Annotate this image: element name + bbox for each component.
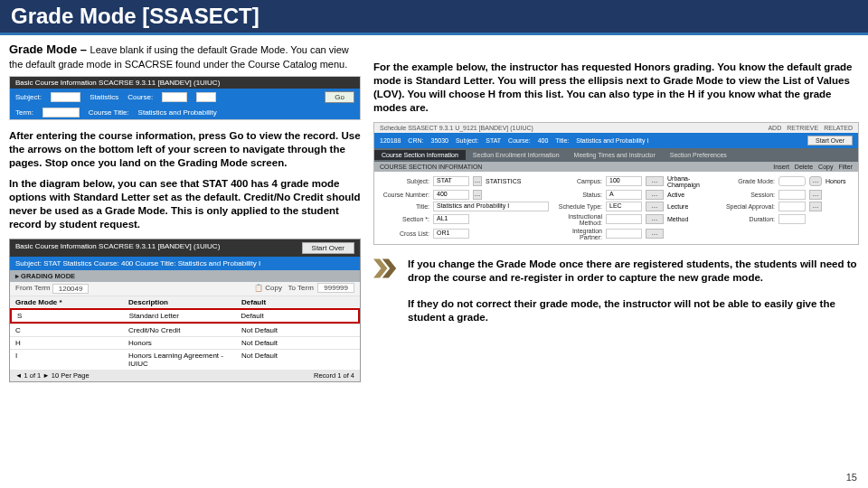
tab-preferences[interactable]: Section Preferences: [663, 150, 734, 160]
delete-button[interactable]: Delete: [795, 164, 813, 170]
table-row[interactable]: IHonors Learning Agreement - IUIUCNot De…: [10, 349, 360, 370]
callout-note-1: If you change the Grade Mode once there …: [373, 258, 859, 285]
section-heading: COURSE SECTION INFORMATION: [380, 164, 482, 170]
shot3-titlebar: Schedule SSASECT 9.3.1 U_9121 [BANDEV] (…: [380, 125, 533, 131]
table-row[interactable]: HHonorsNot Default: [10, 336, 360, 349]
slide-title: Grade Mode [SSASECT]: [0, 0, 868, 35]
tab-bar: Course Section Information Section Enrol…: [374, 148, 858, 162]
campus-field[interactable]: 100: [606, 176, 642, 186]
shot1-titlebar: Basic Course Information SCACRSE 9.3.11 …: [10, 77, 360, 89]
para-left-2: In the diagram below, you can see that S…: [9, 177, 361, 231]
label-course-title: Course Title:: [89, 108, 129, 117]
go-button[interactable]: Go: [325, 91, 354, 103]
ssasect-form: Subject:STAT…STATISTICS Campus:100…Urban…: [374, 172, 858, 244]
field-subject[interactable]: STAT: [51, 92, 80, 102]
col-default: Default: [241, 298, 354, 306]
start-over-button[interactable]: Start Over: [807, 136, 853, 145]
label-term: Term:: [15, 108, 33, 117]
course-number-field[interactable]: 400: [433, 190, 469, 200]
label-subject: Subject:: [15, 93, 42, 101]
ellipsis-icon[interactable]: …: [473, 176, 482, 186]
cross-list-field[interactable]: OR1: [433, 229, 469, 239]
right-column: For the example below, the instructor ha…: [373, 42, 859, 382]
tab-course-section[interactable]: Course Section Information: [374, 150, 466, 160]
insert-button[interactable]: Insert: [773, 164, 789, 170]
add-button[interactable]: ADD: [768, 125, 781, 131]
value-course-title: Statistics and Probability: [138, 108, 217, 117]
col-description: Description: [128, 298, 241, 306]
para-right-1: For the example below, the instructor ha…: [373, 61, 859, 115]
grade-mode-field[interactable]: [778, 176, 806, 186]
copy-button[interactable]: Copy: [818, 164, 833, 170]
chevron-icon: [373, 258, 399, 279]
screenshot-ssasect: Schedule SSASECT 9.3.1 U_9121 [BANDEV] (…: [373, 122, 859, 245]
from-term-field[interactable]: 120049: [52, 284, 90, 294]
shot1-searchbar: Subject: STAT Statistics Course: 400 … G…: [10, 89, 360, 106]
label-statistics: Statistics: [90, 93, 118, 101]
retrieve-button[interactable]: RETRIEVE: [787, 125, 818, 131]
from-term-label: From Term: [15, 284, 51, 294]
section-field[interactable]: AL1: [433, 214, 469, 224]
table-header: Grade Mode * Description Default: [10, 296, 360, 308]
grade-mode-ellipsis[interactable]: …: [809, 176, 822, 186]
col-grade-mode: Grade Mode *: [15, 298, 128, 306]
slide-body: Grade Mode – Leave blank if using the de…: [0, 35, 868, 382]
duration-field[interactable]: [778, 214, 806, 224]
shot2-bluebar: Subject: STAT Statistics Course: 400 Cou…: [10, 257, 360, 270]
note-text-1: If you change the Grade Mode once there …: [408, 258, 859, 285]
intro-text: Grade Mode – Leave blank if using the de…: [9, 42, 361, 70]
note-text-2: If they do not correct their grade mode,…: [408, 297, 859, 324]
field-course[interactable]: 400: [162, 92, 186, 102]
tab-enrollment[interactable]: Section Enrollment Information: [466, 150, 567, 160]
shot2-titlebar: Basic Course Information SCACRSE 9.3.11 …: [15, 242, 220, 254]
tab-meeting[interactable]: Meeting Times and Instructor: [567, 150, 663, 160]
status-field[interactable]: A: [606, 190, 642, 200]
intro-lead: Grade Mode –: [9, 42, 90, 56]
schedule-type-field[interactable]: LEC: [606, 202, 642, 211]
start-over-button[interactable]: Start Over: [302, 242, 354, 254]
left-column: Grade Mode – Leave blank if using the de…: [9, 42, 361, 382]
session-field[interactable]: [778, 190, 806, 200]
section-grading-mode: ▸ GRADING MODE: [10, 270, 360, 282]
label-course: Course:: [127, 93, 153, 101]
ellipsis-icon[interactable]: …: [646, 176, 664, 186]
term-value: 120188: [380, 137, 401, 144]
copy-button[interactable]: 📋 Copy: [254, 284, 282, 292]
special-approval-field[interactable]: [778, 202, 806, 211]
screenshot-scacrse-header: Basic Course Information SCACRSE 9.3.11 …: [9, 76, 361, 120]
page-number: 15: [846, 472, 857, 483]
filter-button[interactable]: Filter: [838, 164, 853, 170]
integration-partner-field[interactable]: [606, 229, 642, 239]
to-term-field[interactable]: 999999: [317, 283, 354, 293]
table-row[interactable]: CCredit/No CreditNot Default: [10, 324, 360, 336]
to-term-label: To Term: [288, 284, 314, 292]
instr-method-field[interactable]: [606, 214, 642, 224]
record-count: Record 1 of 4: [314, 371, 354, 380]
field-term[interactable]: 120185: [42, 108, 80, 117]
screenshot-scacrse-grading: Basic Course Information SCACRSE 9.3.11 …: [9, 239, 361, 382]
para-left-1: After entering the course information, p…: [9, 129, 361, 170]
subject-field[interactable]: STAT: [433, 176, 469, 186]
table-row[interactable]: SStandard LetterDefault: [10, 308, 360, 324]
related-button[interactable]: RELATED: [824, 125, 853, 131]
ellipsis-icon[interactable]: …: [196, 92, 216, 102]
title-field[interactable]: Statistics and Probability I: [433, 202, 549, 211]
pager[interactable]: ◄ 1 of 1 ► 10 Per Page: [15, 371, 90, 380]
